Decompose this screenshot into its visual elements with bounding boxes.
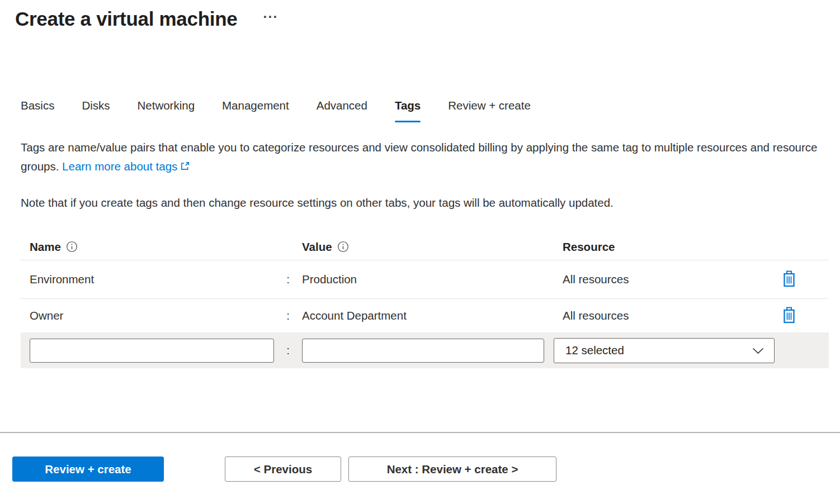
trash-icon bbox=[782, 307, 796, 325]
tag-value: Production bbox=[302, 273, 554, 286]
column-header-value: Value bbox=[302, 240, 554, 254]
column-header-name: Name bbox=[21, 240, 274, 254]
tag-name: Environment bbox=[21, 273, 274, 286]
tag-resource: All resources bbox=[554, 273, 775, 286]
footer-actions: Review + create < Previous Next : Review… bbox=[12, 457, 556, 482]
wizard-tabs: Basics Disks Networking Management Advan… bbox=[21, 98, 840, 122]
tab-management[interactable]: Management bbox=[222, 98, 289, 122]
more-options-button[interactable]: ··· bbox=[263, 10, 278, 23]
trash-icon bbox=[782, 270, 796, 289]
footer-divider bbox=[0, 432, 840, 433]
external-link-icon bbox=[180, 158, 190, 177]
colon-separator: : bbox=[274, 273, 302, 286]
learn-more-link[interactable]: Learn more about tags bbox=[62, 160, 190, 173]
value-info-icon[interactable] bbox=[337, 241, 349, 253]
previous-button[interactable]: < Previous bbox=[225, 457, 341, 482]
tag-row-owner: Owner : Account Department All resources bbox=[21, 299, 829, 332]
page-title: Create a virtual machine bbox=[15, 8, 237, 30]
new-tag-value-input[interactable] bbox=[302, 339, 544, 363]
delete-tag-button[interactable] bbox=[782, 307, 796, 325]
tag-value: Account Department bbox=[302, 309, 554, 322]
colon-separator: : bbox=[274, 309, 302, 322]
tags-table-header: Name Value Resource bbox=[21, 234, 829, 260]
page-header: Create a virtual machine ··· bbox=[15, 8, 840, 30]
tags-description: Tags are name/value pairs that enable yo… bbox=[21, 138, 819, 177]
resource-dropdown[interactable]: 12 selected bbox=[554, 338, 775, 363]
tab-basics[interactable]: Basics bbox=[21, 98, 54, 122]
tag-resource: All resources bbox=[554, 309, 775, 322]
tab-tags[interactable]: Tags bbox=[395, 98, 421, 122]
next-button[interactable]: Next : Review + create > bbox=[348, 457, 556, 482]
name-info-icon[interactable] bbox=[66, 241, 78, 253]
new-tag-name-input[interactable] bbox=[30, 339, 274, 363]
chevron-down-icon bbox=[752, 344, 764, 357]
colon-separator: : bbox=[274, 344, 302, 357]
tab-advanced[interactable]: Advanced bbox=[317, 98, 367, 122]
tab-review-create[interactable]: Review + create bbox=[448, 98, 531, 122]
tag-row-environment: Environment : Production All resources bbox=[21, 260, 829, 299]
tags-table: Name Value Resource Environment : Produc… bbox=[21, 234, 829, 368]
tag-name: Owner bbox=[21, 309, 274, 322]
new-tag-row: : 12 selected bbox=[21, 332, 829, 368]
tab-disks[interactable]: Disks bbox=[82, 98, 110, 122]
review-create-button[interactable]: Review + create bbox=[12, 457, 164, 482]
resource-dropdown-value: 12 selected bbox=[565, 344, 624, 357]
delete-tag-button[interactable] bbox=[782, 270, 796, 289]
tags-note: Note that if you create tags and then ch… bbox=[21, 193, 819, 212]
column-header-resource: Resource bbox=[554, 240, 775, 254]
tab-networking[interactable]: Networking bbox=[138, 98, 195, 122]
